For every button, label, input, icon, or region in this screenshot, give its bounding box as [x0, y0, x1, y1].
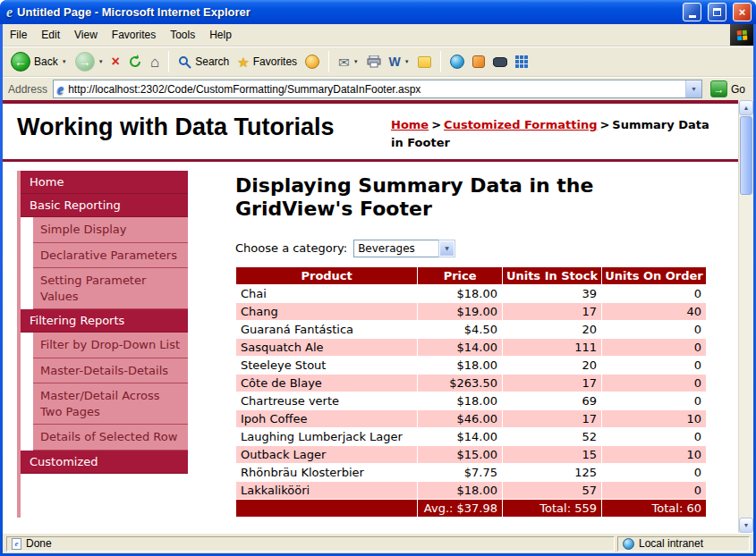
column-header-units-in-stock: Units In Stock — [503, 266, 602, 284]
web-page: Working with Data Tutorials Home>Customi… — [3, 100, 738, 533]
sidebar-item-simple-display[interactable]: Simple Display — [33, 217, 188, 243]
cell-product: Steeleye Stout — [236, 356, 418, 374]
messenger-button[interactable] — [513, 54, 531, 70]
address-dropdown-button[interactable]: ▼ — [685, 80, 701, 97]
sidebar-item-customized[interactable]: Customized — [21, 451, 188, 474]
cell-stock: 39 — [503, 284, 602, 302]
print-button[interactable] — [364, 54, 384, 70]
edit-with-word-button[interactable]: W ▼ — [386, 54, 412, 70]
sidebar-item-home[interactable]: Home — [21, 171, 188, 194]
word-caret-icon: ▼ — [404, 59, 410, 64]
windows-logo — [730, 24, 753, 46]
table-row: Côte de Blaye $263.50 17 0 — [236, 374, 707, 392]
title-bar[interactable]: e Untitled Page - Microsoft Internet Exp… — [0, 0, 756, 24]
scroll-down-icon: ▼ — [743, 522, 750, 528]
stop-button[interactable]: × — [109, 53, 123, 71]
select-dropdown-button[interactable]: ▼ — [439, 240, 454, 257]
scrollbar-track[interactable] — [739, 196, 753, 518]
go-button[interactable]: → Go — [708, 80, 748, 98]
scroll-down-button[interactable]: ▼ — [739, 518, 753, 533]
close-icon: × — [739, 5, 746, 19]
favorites-button[interactable]: ★ Favorites — [234, 54, 300, 71]
cell-price: $14.00 — [418, 338, 503, 356]
sidebar-item-declarative-parameters[interactable]: Declarative Parameters — [33, 243, 188, 269]
scrollbar-thumb[interactable] — [740, 116, 752, 195]
breadcrumb: Home>Customized Formatting>Summary Data … — [391, 114, 724, 151]
cell-product: Chai — [236, 284, 418, 302]
restore-icon — [713, 8, 721, 16]
sidebar-item-setting-parameter-values[interactable]: Setting Parameter Values — [33, 268, 188, 309]
menu-help[interactable]: Help — [202, 24, 239, 46]
cell-price: $4.50 — [418, 320, 503, 338]
favorites-icon: ★ — [237, 55, 249, 69]
table-row: Lakkalikööri $18.00 57 0 — [236, 481, 707, 499]
menu-bar: File Edit View Favorites Tools Help — [3, 24, 753, 46]
column-header-units-on-order: Units On Order — [602, 266, 707, 284]
status-text: Done — [26, 537, 52, 550]
search-button[interactable]: Search — [175, 54, 232, 71]
refresh-button[interactable] — [125, 53, 145, 71]
category-selected-value: Beverages — [358, 242, 439, 255]
forward-button[interactable]: → ▼ — [72, 50, 106, 73]
footer-average-price: Avg.: $37.98 — [418, 499, 503, 517]
discuss-button[interactable] — [415, 55, 434, 70]
sidebar-item-master-details-details[interactable]: Master-Details-Details — [33, 358, 188, 384]
minimize-icon — [689, 15, 696, 18]
table-row: Steeleye Stout $18.00 20 0 — [236, 356, 707, 374]
go-label: Go — [731, 83, 745, 96]
globe-icon — [450, 55, 464, 69]
cell-stock: 20 — [503, 320, 602, 338]
restore-button[interactable] — [708, 3, 726, 21]
sidebar-item-master-detail-across-two-pages[interactable]: Master/Detail Across Two Pages — [33, 383, 188, 425]
breadcrumb-link-home[interactable]: Home — [391, 118, 429, 131]
close-button[interactable]: × — [733, 3, 752, 21]
cell-product: Chang — [236, 302, 418, 320]
address-field[interactable]: e http://localhost:2302/Code/CustomForma… — [53, 80, 702, 98]
category-select[interactable]: Beverages ▼ — [353, 240, 455, 257]
sidebar-item-details-of-selected-row[interactable]: Details of Selected Row — [33, 425, 188, 451]
cell-order: 0 — [602, 427, 707, 445]
windows-flag-icon — [736, 29, 747, 40]
table-header-row: Product Price Units In Stock Units On Or… — [236, 266, 707, 284]
home-button[interactable]: ⌂ — [148, 53, 162, 72]
find-button[interactable] — [490, 55, 510, 69]
toolbar-separator — [328, 51, 329, 72]
research-button[interactable] — [447, 53, 467, 71]
cell-price: $14.00 — [418, 427, 503, 445]
menu-edit[interactable]: Edit — [34, 24, 67, 46]
cell-stock: 15 — [503, 445, 602, 463]
browser-window: e Untitled Page - Microsoft Internet Exp… — [0, 0, 756, 556]
back-button[interactable]: ← Back ▼ — [8, 50, 70, 73]
breadcrumb-separator: > — [597, 118, 612, 131]
main-content: Displaying Summary Data in the GridView'… — [188, 171, 738, 518]
cell-price: $15.00 — [418, 445, 503, 463]
table-row: Guaraná Fantástica $4.50 20 0 — [236, 320, 707, 338]
addon-button[interactable] — [470, 54, 488, 70]
address-input[interactable]: http://localhost:2302/Code/CustomFormatt… — [68, 83, 681, 96]
cell-order: 0 — [602, 392, 707, 409]
scroll-up-button[interactable]: ▲ — [739, 100, 753, 115]
category-label: Choose a category: — [235, 241, 347, 255]
zone-label: Local intranet — [639, 537, 703, 550]
sidebar-item-filter-by-drop-down-list[interactable]: Filter by Drop-Down List — [33, 333, 188, 358]
sidebar-item-filtering-reports[interactable]: Filtering Reports — [21, 309, 188, 333]
minimize-button[interactable] — [683, 3, 701, 21]
column-header-price: Price — [418, 266, 503, 284]
mail-button[interactable]: ✉ ▼ — [336, 54, 361, 71]
vertical-scrollbar[interactable]: ▲ ▼ — [738, 100, 753, 533]
cell-stock: 52 — [503, 427, 602, 445]
cell-stock: 57 — [503, 481, 602, 499]
menu-view[interactable]: View — [67, 24, 105, 46]
cell-price: $263.50 — [418, 374, 503, 392]
sidebar-item-basic-reporting[interactable]: Basic Reporting — [21, 194, 188, 217]
table-row: Rhönbräu Klosterbier $7.75 125 0 — [236, 463, 707, 481]
menu-tools[interactable]: Tools — [163, 24, 202, 46]
history-button[interactable] — [302, 53, 322, 71]
breadcrumb-link-customized-formatting[interactable]: Customized Formatting — [444, 118, 597, 131]
home-icon: ⌂ — [150, 55, 159, 70]
table-row: Chang $19.00 17 40 — [236, 302, 707, 320]
status-bar: e Done Local intranet — [3, 533, 753, 553]
menu-favorites[interactable]: Favorites — [105, 24, 163, 46]
cell-order: 10 — [602, 445, 707, 463]
menu-file[interactable]: File — [3, 24, 34, 46]
